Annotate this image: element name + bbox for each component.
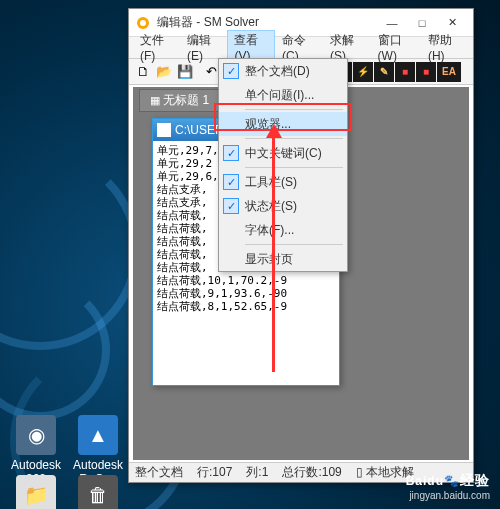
menu-toolbar[interactable]: ✓工具栏(S) [219, 170, 347, 194]
tool-icon[interactable]: ■ [416, 62, 436, 82]
app-icon [135, 15, 151, 31]
desktop-icon-folder[interactable]: 📁 [8, 475, 64, 509]
status-line: 行:107 [197, 464, 232, 481]
separator [245, 138, 343, 139]
menu-cover[interactable]: 显示封页 [219, 247, 347, 271]
open-icon[interactable]: 📂 [154, 62, 174, 82]
separator [245, 244, 343, 245]
recycle-icon: 🗑 [78, 475, 118, 509]
tool-icon[interactable]: EA [437, 62, 461, 82]
check-icon: ✓ [223, 145, 239, 161]
recap-icon: ▲ [78, 415, 118, 455]
tool-icon[interactable]: ■ [395, 62, 415, 82]
document-tab[interactable]: ▦ 无标题 1 [139, 89, 220, 112]
menu-font[interactable]: 字体(F)... [219, 218, 347, 242]
status-col: 列:1 [246, 464, 268, 481]
status-total: 总行数:109 [282, 464, 341, 481]
tool-icon[interactable]: ⚡ [353, 62, 373, 82]
check-icon: ✓ [223, 63, 239, 79]
menu-help[interactable]: 帮助(H) [421, 30, 469, 65]
menubar: 文件(F) 编辑(E) 查看(V) 命令(C) 求解(S) 窗口(W) 帮助(H… [129, 37, 473, 59]
menu-whole-doc[interactable]: ✓整个文档(D) [219, 59, 347, 83]
separator [196, 62, 200, 82]
tool-icon[interactable]: ✎ [374, 62, 394, 82]
check-icon: ✓ [223, 174, 239, 190]
menu-viewer[interactable]: 观览器... [219, 112, 347, 136]
window-title: 编辑器 - SM Solver [157, 14, 377, 31]
view-dropdown: ✓整个文档(D) 单个问题(I)... 观览器... ✓中文关键词(C) ✓工具… [218, 58, 348, 272]
desktop-icon-recycle[interactable]: 🗑 [70, 475, 126, 509]
separator [245, 109, 343, 110]
menu-file[interactable]: 文件(F) [133, 30, 180, 65]
menu-window[interactable]: 窗口(W) [371, 30, 421, 65]
cloud-icon: ◉ [16, 415, 56, 455]
watermark: Baidu🐾经验 jingyan.baidu.com [406, 469, 490, 501]
menu-single-problem[interactable]: 单个问题(I)... [219, 83, 347, 107]
save-icon[interactable]: 💾 [175, 62, 195, 82]
menu-chinese-keywords[interactable]: ✓中文关键词(C) [219, 141, 347, 165]
svg-point-1 [140, 20, 146, 26]
check-icon: ✓ [223, 198, 239, 214]
doc-icon [157, 123, 171, 137]
status-scope: 整个文档 [135, 464, 183, 481]
separator [245, 167, 343, 168]
menu-statusbar[interactable]: ✓状态栏(S) [219, 194, 347, 218]
folder-icon: 📁 [16, 475, 56, 509]
new-icon[interactable]: 🗋 [133, 62, 153, 82]
